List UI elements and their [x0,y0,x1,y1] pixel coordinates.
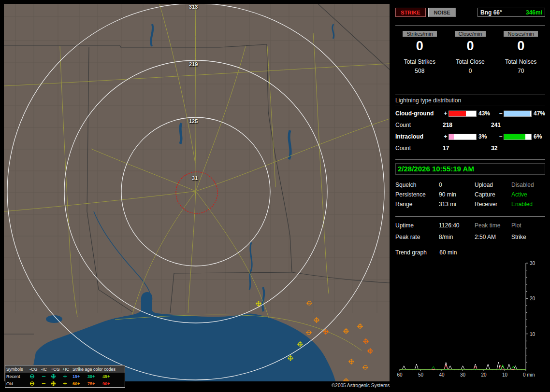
total-close-value: 0 [445,68,496,74]
trend-window-value: 60 min [439,249,457,256]
trend-graph-label-row: Trend graph 60 min [395,249,457,256]
peak-time-label: Peak time [475,222,511,229]
uptime-value: 1126:40 [439,222,475,229]
copyright-text: ©2005 Astrogenic Systems [332,383,390,388]
noises-per-min-value: 0 [495,39,546,53]
ic-minus-bar-fill [504,134,525,140]
plot-value: Strike [511,234,546,240]
legend-col-+cg: +CG [51,367,62,372]
noises-per-min-label: Noises/min [504,31,537,37]
svg-text:50: 50 [418,372,424,378]
capture-label: Capture [475,191,511,198]
legend-age-header: Strike age color codes [72,367,124,372]
age-badge-45: 45+ [102,374,117,379]
ic-plus-bar [449,134,477,140]
squelch-label: Squelch [395,182,439,188]
minus-sign: − [498,110,504,117]
bearing-distance: 346mi [526,9,542,16]
total-strikes-value: 508 [394,68,445,74]
age-badge-15: 15+ [72,374,87,379]
trend-graph: 1020306050403020100 min [394,258,546,386]
svg-text:40: 40 [439,372,445,378]
svg-text:60: 60 [397,372,403,378]
legend-old-row: Old 60+ 75+ 90+ [5,380,125,387]
legend-recent-label: Recent [6,374,29,379]
ic-count-row: Count 17 32 [395,142,546,154]
age-badge-75: 75+ [87,381,102,386]
distribution-title: Lightning type distribution [395,97,545,106]
lightning-map[interactable]: 313 219 125 31 [4,4,390,381]
range-ring-label-125: 125 [189,118,198,124]
cloud-ground-row: Cloud-ground + 43% − 47% [395,108,546,119]
divider [395,159,545,160]
plus-icon [62,381,72,386]
intracloud-label: Intracloud [395,133,443,140]
persistence-value: 90 min [439,191,475,198]
datetime-display: 2/28/2026 10:55:19 AM [395,163,545,175]
cg-plus-bar [449,111,477,117]
bearing-label: Bng 66° [480,9,502,16]
ic-minus-bar [504,134,532,140]
rate-counters: Strikes/min 0 Total Strikes 508 Close/mi… [394,30,546,74]
age-badge-90: 90+ [102,381,117,386]
cg-minus-bar [504,111,532,117]
strikes-per-min-value: 0 [394,39,445,53]
circle-minus-icon [29,381,41,386]
strike-button[interactable]: STRIKE [395,8,426,17]
receiver-status: Enabled [511,201,546,208]
squelch-value: 0 [439,182,475,188]
stats-grid: Uptime 1126:40 Peak time Plot Peak rate … [395,222,546,240]
ic-plus-percent: 3% [477,133,498,140]
receiver-label: Receiver [475,201,511,208]
svg-text:10: 10 [502,372,508,378]
total-strikes-label: Total Strikes [394,58,445,65]
circle-plus-icon [51,381,62,386]
svg-text:10: 10 [530,332,536,337]
svg-text:20: 20 [481,372,487,378]
svg-text:30: 30 [530,261,536,266]
close-per-min-value: 0 [445,39,496,53]
cg-minus-percent: 47% [532,110,546,117]
strikes-per-min-label: Strikes/min [403,31,436,37]
range-ring-label-31: 31 [192,175,198,181]
legend-col--cg: -CG [29,367,41,372]
circle-minus-icon [29,374,41,379]
total-noises-label: Total Noises [495,58,546,65]
range-ring-label-219: 219 [189,61,198,67]
map-legend: Symbols -CG -IC +CG +IC Strike age color… [5,365,125,388]
persistence-label: Persistence [395,191,439,198]
svg-text:20: 20 [530,296,536,301]
peak-rate-value: 8/min [439,234,475,240]
plus-icon [62,374,72,379]
cg-plus-bar-fill [449,111,466,116]
cg-minus-bar-fill [504,111,530,116]
circle-plus-icon [51,374,62,379]
ic-minus-percent: 6% [532,133,546,140]
upload-label: Upload [475,182,511,188]
intracloud-row: Intracloud + 3% − 6% [395,131,546,142]
trend-graph-label: Trend graph [395,249,438,256]
legend-col--ic: -IC [41,367,51,372]
count-label: Count [395,122,443,128]
settings-grid: Squelch 0 Upload Disabled Persistence 90… [395,182,546,208]
noises-per-min-column: Noises/min 0 Total Noises 70 [495,30,546,74]
svg-text:0 min: 0 min [523,372,535,378]
total-close-label: Total Close [445,58,496,65]
legend-old-label: Old [6,381,29,386]
peak-rate-label: Peak rate [395,234,439,240]
minus-icon [41,374,51,379]
count-label: Count [395,145,443,152]
ic-minus-count: 32 [491,145,546,152]
range-value: 313 mi [439,201,475,208]
age-badge-30: 30+ [87,374,102,379]
total-noises-value: 70 [495,68,546,74]
ic-plus-count: 17 [443,145,491,152]
strikes-per-min-column: Strikes/min 0 Total Strikes 508 [394,30,445,74]
plus-sign: + [443,110,449,117]
cg-plus-percent: 43% [477,110,498,117]
app-window: 313 219 125 31 Symbols -CG -IC +CG +IC S… [0,0,550,392]
cg-minus-count: 241 [491,122,546,128]
map-svg [4,4,390,381]
divider [395,216,545,217]
noise-button[interactable]: NOISE [428,8,456,17]
